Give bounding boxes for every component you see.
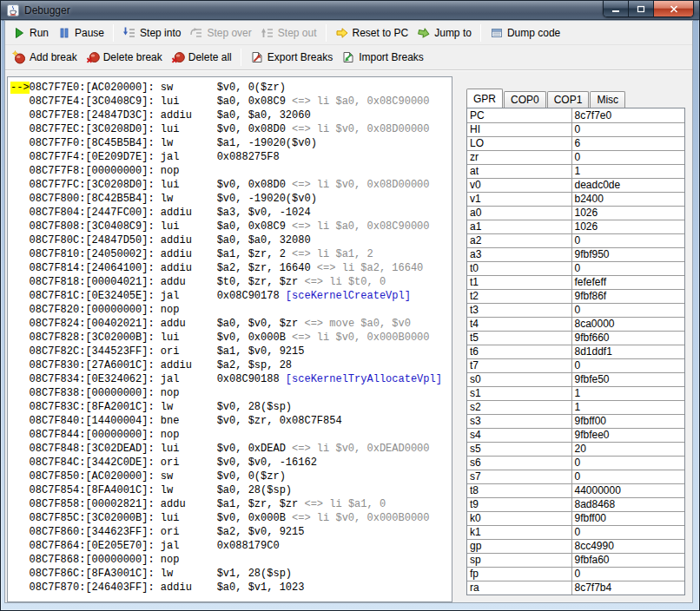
register-value[interactable]: 1	[571, 386, 684, 400]
disassembly-line[interactable]: 08C7F7F4:[0E209D7E]: jal 0x088275F8	[10, 150, 452, 164]
step-into-button[interactable]: Step into	[118, 23, 185, 43]
maximize-button[interactable]	[629, 1, 654, 16]
disassembly-line[interactable]: 08C7F844:[00000000]: nop	[10, 428, 452, 442]
close-button[interactable]	[654, 1, 693, 16]
minimize-button[interactable]	[604, 1, 629, 16]
run-button[interactable]: Run	[8, 23, 53, 43]
line-marker	[10, 276, 30, 288]
register-value[interactable]: 9fbff00	[571, 511, 684, 525]
disassembly-line[interactable]: 08C7F82C:[344523FF]: ori $a1, $v0, 9215	[10, 345, 452, 358]
disassembly-line[interactable]: 08C7F83C:[8FA2001C]: lw $v0, 28($sp)	[10, 400, 452, 414]
disassembly-line[interactable]: 08C7F850:[AC020000]: sw $v0, 0($zr)	[10, 470, 452, 483]
register-value[interactable]: 0	[571, 567, 684, 581]
register-value[interactable]: b2400	[571, 192, 684, 206]
register-value[interactable]: 9fbf86f	[571, 289, 684, 303]
disassembly-line[interactable]: 08C7F7E8:[24847D3C]: addiu $a0, $a0, 320…	[10, 108, 452, 122]
disassembly-line[interactable]: 08C7F80C:[24847D50]: addiu $a0, $a0, 320…	[10, 233, 452, 247]
disassembly-line[interactable]: 08C7F84C:[3442C0DE]: ori $v0, $v0, -1616…	[10, 456, 452, 470]
disassembly-line[interactable]: 08C7F808:[3C0408C9]: lui $a0, 0x08C9 <=>…	[10, 220, 452, 233]
register-value[interactable]: 44000000	[571, 483, 684, 497]
disassembly-line[interactable]: 08C7F7EC:[3C0208D0]: lui $v0, 0x08D0 <=>…	[10, 122, 452, 136]
register-value[interactable]: 8c7f7b4	[571, 581, 684, 595]
disassembly-line[interactable]: 08C7F828:[3C02000B]: lui $v0, 0x000B <=>…	[10, 331, 452, 345]
register-value[interactable]: deadc0de	[571, 178, 684, 192]
register-value[interactable]: 0	[571, 261, 684, 275]
register-value[interactable]: 9fbf660	[571, 331, 684, 345]
register-value[interactable]: fefefeff	[571, 275, 684, 289]
title-bar[interactable]: Debugger	[1, 1, 699, 20]
disassembly-line[interactable]: 08C7F7F8:[00000000]: nop	[10, 164, 452, 178]
import-breaks-button[interactable]: Import Breaks	[337, 47, 428, 68]
pause-button[interactable]: Pause	[53, 23, 109, 43]
register-value[interactable]: 0	[571, 233, 684, 247]
register-value[interactable]: 0	[571, 358, 684, 372]
disassembly-line[interactable]: 08C7F814:[24064100]: addiu $a2, $zr, 166…	[10, 261, 452, 275]
export-breaks-button[interactable]: Export Breaks	[246, 47, 337, 68]
register-value[interactable]: 9fbfee0	[571, 428, 684, 442]
disassembly-line[interactable]: 08C7F834:[0E324062]: jal 0x08C90188 [sce…	[10, 372, 452, 386]
disassembly-line[interactable]: 08C7F818:[00004021]: addu $t0, $zr, $zr …	[10, 275, 452, 289]
disassembly-line[interactable]: 08C7F820:[00000000]: nop	[10, 303, 452, 317]
tab-cop0[interactable]: COP0	[504, 91, 546, 108]
disassembly-panel[interactable]: -->08C7F7E0:[AC020000]: sw $v0, 0($zr) 0…	[7, 76, 452, 602]
register-value[interactable]: 8ca0000	[571, 317, 684, 331]
register-value[interactable]: 8c7f7e0	[571, 108, 684, 122]
disassembly-line[interactable]: 08C7F7F0:[8C45B5B4]: lw $a1, -19020($v0)	[10, 136, 452, 150]
tab-gpr[interactable]: GPR	[466, 89, 503, 108]
disassembly-line[interactable]: 08C7F7E4:[3C0408C9]: lui $a0, 0x08C9 <=>…	[10, 95, 452, 108]
dump-code-button[interactable]: Dump code	[485, 23, 565, 43]
register-value[interactable]: 9fbfe50	[571, 372, 684, 386]
jump-to-button[interactable]: Jump to	[413, 23, 476, 43]
delete-break-button[interactable]: Delete break	[82, 47, 167, 68]
reset-to-pc-button[interactable]: Reset to PC	[331, 23, 413, 43]
disassembly-line[interactable]: 08C7F858:[00002821]: addu $a1, $zr, $zr …	[10, 497, 452, 511]
register-value[interactable]: 20	[571, 442, 684, 456]
disassembly-line[interactable]: 08C7F870:[246403FF]: addiu $a0, $v1, 102…	[10, 581, 452, 595]
delete-all-icon	[171, 50, 185, 64]
register-name: v0	[467, 178, 571, 192]
disassembly-line[interactable]: 08C7F854:[8FA4001C]: lw $a0, 28($sp)	[10, 483, 452, 497]
add-break-button[interactable]: Add break	[8, 47, 82, 68]
register-value[interactable]: 0	[571, 470, 684, 483]
disassembly-line[interactable]: 08C7F7FC:[3C0208D0]: lui $v0, 0x08D0 <=>…	[10, 178, 452, 192]
register-value[interactable]: 1	[571, 164, 684, 178]
register-value[interactable]: 9fbf950	[571, 247, 684, 261]
disassembly-line[interactable]: 08C7F85C:[3C02000B]: lui $v0, 0x000B <=>…	[10, 511, 452, 525]
disassembly-line[interactable]: 08C7F838:[00000000]: nop	[10, 386, 452, 400]
tab-cop1[interactable]: COP1	[547, 91, 590, 108]
register-value[interactable]: 1026	[571, 220, 684, 233]
register-value[interactable]: 6	[571, 136, 684, 150]
disassembly-line[interactable]: 08C7F86C:[8FA3001C]: lw $v1, 28($sp)	[10, 567, 452, 581]
disassembly-line[interactable]: 08C7F830:[27A6001C]: addiu $a2, $sp, 28	[10, 358, 452, 372]
instruction-text: 08C7F870:[246403FF]: addiu $a0, $v1, 102…	[30, 581, 305, 594]
register-value[interactable]: 0	[571, 456, 684, 470]
pseudo-op-text: <=> li $a0, 0x08C90000	[286, 220, 430, 233]
disassembly-line[interactable]: -->08C7F7E0:[AC020000]: sw $v0, 0($zr)	[10, 81, 452, 95]
register-value[interactable]: 9fbff00	[571, 414, 684, 428]
disassembly-line[interactable]: 08C7F810:[24050002]: addiu $a1, $zr, 2 <…	[10, 247, 452, 261]
register-value[interactable]: 0	[571, 150, 684, 164]
disassembly-line[interactable]: 08C7F81C:[0E32405E]: jal 0x08C90178 [sce…	[10, 289, 452, 303]
disassembly-line[interactable]: 08C7F868:[00000000]: nop	[10, 553, 452, 567]
register-value[interactable]: 8cc4990	[571, 539, 684, 553]
toolbar-button-label: Pause	[75, 27, 104, 39]
disassembly-line[interactable]: 08C7F848:[3C02DEAD]: lui $v0, 0xDEAD <=>…	[10, 442, 452, 456]
register-value[interactable]: 0	[571, 122, 684, 136]
disassembly-line[interactable]: 08C7F864:[0E205E70]: jal 0x088179C0	[10, 539, 452, 553]
register-value[interactable]: 8d1ddf1	[571, 345, 684, 358]
delete-all-button[interactable]: Delete all	[167, 47, 236, 68]
pseudo-op-text: <=> li $v0, 0xDEAD0000	[286, 443, 430, 455]
register-value[interactable]: 8ad8468	[571, 497, 684, 511]
pseudo-op-text: <=> li $a1, 0	[298, 498, 386, 510]
register-value[interactable]: 1	[571, 400, 684, 414]
register-value[interactable]: 9fbfa60	[571, 553, 684, 567]
register-value[interactable]: 1026	[571, 206, 684, 220]
register-value[interactable]: 0	[571, 303, 684, 317]
disassembly-line[interactable]: 08C7F840:[14400004]: bne $v0, $zr, 0x08C…	[10, 414, 452, 428]
disassembly-line[interactable]: 08C7F804:[2447FC00]: addiu $a3, $v0, -10…	[10, 206, 452, 220]
disassembly-line[interactable]: 08C7F860:[344623FF]: ori $a2, $v0, 9215	[10, 525, 452, 539]
disassembly-line[interactable]: 08C7F824:[00402021]: addu $a0, $v0, $zr …	[10, 317, 452, 331]
disassembly-line[interactable]: 08C7F800:[8C42B5B4]: lw $v0, -19020($v0)	[10, 192, 452, 206]
register-value[interactable]: 0	[571, 525, 684, 539]
tab-misc[interactable]: Misc	[590, 91, 625, 108]
